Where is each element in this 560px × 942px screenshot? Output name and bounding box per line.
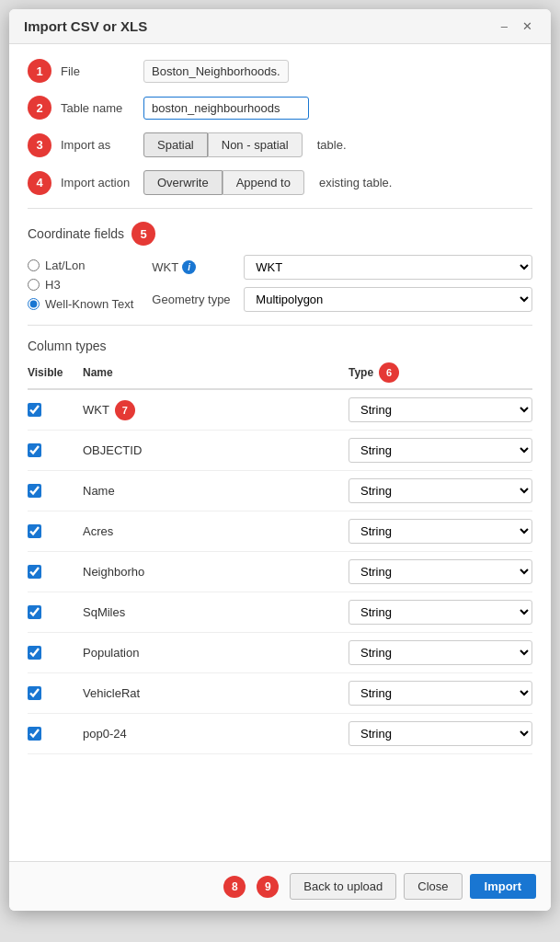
row-type-select[interactable]: StringIntegerFloatBooleanDate: [349, 600, 532, 625]
h3-radio-item[interactable]: H3: [28, 278, 133, 292]
import-action-suffix: existing table.: [319, 176, 393, 190]
row-visible-checkbox[interactable]: [28, 484, 41, 498]
row-visible-cell: [28, 727, 83, 741]
wkt-label: WKT i: [152, 260, 234, 274]
row-visible-checkbox[interactable]: [28, 443, 41, 457]
dialog-body: 1 File Boston_Neighborhoods. 2 Table nam…: [9, 44, 551, 861]
import-action-btn-group: Overwrite Append to: [143, 170, 304, 195]
overwrite-button[interactable]: Overwrite: [143, 170, 223, 195]
row-visible-checkbox[interactable]: [28, 565, 41, 579]
row-name: pop0-24: [83, 727, 349, 741]
row-visible-checkbox[interactable]: [28, 524, 41, 538]
row-visible-cell: [28, 605, 83, 619]
table-name-label: Table name: [61, 101, 134, 115]
latlon-radio[interactable]: [28, 259, 40, 271]
row-type-cell: StringIntegerFloatBooleanDate: [349, 397, 532, 422]
import-action-label: Import action: [61, 176, 134, 190]
row-visible-cell: [28, 443, 83, 457]
wkt-select[interactable]: WKT: [244, 255, 532, 280]
dialog-title: Import CSV or XLS: [24, 18, 147, 34]
row-name: Population: [83, 646, 349, 660]
step-8-badge: 8: [223, 876, 246, 898]
row-type-select[interactable]: StringIntegerFloatBooleanDate: [349, 397, 532, 422]
row-name: Acres: [83, 524, 349, 538]
column-types-title: Column types: [28, 339, 532, 353]
row-type-cell: StringIntegerFloatBooleanDate: [349, 559, 532, 584]
latlon-radio-item[interactable]: Lat/Lon: [28, 258, 133, 272]
dialog-footer: 8 9 Back to upload Close Import: [9, 861, 551, 911]
step-1-badge: 1: [28, 59, 51, 83]
close-x-button[interactable]: ✕: [519, 19, 536, 33]
table-row: OBJECTIDStringIntegerFloatBooleanDate: [28, 431, 532, 471]
minimize-button[interactable]: –: [497, 19, 511, 33]
table-row: NeighborhoStringIntegerFloatBooleanDate: [28, 552, 532, 592]
file-value: Boston_Neighborhoods.: [143, 60, 289, 83]
row-type-cell: StringIntegerFloatBooleanDate: [349, 640, 532, 665]
row-type-cell: StringIntegerFloatBooleanDate: [349, 478, 532, 503]
geometry-type-select[interactable]: Multipolygon Point Line Polygon: [244, 287, 532, 312]
row-type-select[interactable]: StringIntegerFloatBooleanDate: [349, 559, 532, 584]
header-name: Name: [83, 366, 349, 379]
wkt-radio-item[interactable]: Well-Known Text: [28, 297, 133, 311]
table-name-row: 2 Table name: [28, 96, 532, 120]
latlon-label: Lat/Lon: [45, 258, 85, 272]
row-name: WKT: [83, 403, 109, 417]
row-type-select[interactable]: StringIntegerFloatBooleanDate: [349, 438, 532, 463]
spatial-button[interactable]: Spatial: [143, 132, 208, 157]
append-button[interactable]: Append to: [223, 170, 304, 195]
step-6-badge: 6: [379, 362, 399, 383]
coordinate-fields-title: Coordinate fields 5: [28, 222, 532, 246]
column-types-header: Visible Name Type 6: [28, 362, 532, 390]
import-as-label: Import as: [61, 138, 134, 152]
row-name: VehicleRat: [83, 686, 349, 700]
row-visible-checkbox[interactable]: [28, 605, 41, 619]
import-as-btn-group: Spatial Non - spatial: [143, 132, 303, 157]
table-row: NameStringIntegerFloatBooleanDate: [28, 471, 532, 511]
non-spatial-button[interactable]: Non - spatial: [208, 132, 303, 157]
row-type-cell: StringIntegerFloatBooleanDate: [349, 600, 532, 625]
row-type-select[interactable]: StringIntegerFloatBooleanDate: [349, 478, 532, 503]
dialog-controls: – ✕: [497, 19, 536, 33]
import-button[interactable]: Import: [470, 874, 536, 899]
table-row: WKT7StringIntegerFloatBooleanDate: [28, 390, 532, 431]
dialog-header: Import CSV or XLS – ✕: [9, 9, 551, 44]
row-visible-checkbox[interactable]: [28, 686, 41, 700]
wkt-radio-label: Well-Known Text: [45, 297, 133, 311]
row-type-select[interactable]: StringIntegerFloatBooleanDate: [349, 721, 532, 746]
row-visible-checkbox[interactable]: [28, 646, 41, 660]
h3-label: H3: [45, 278, 61, 292]
row-type-select[interactable]: StringIntegerFloatBooleanDate: [349, 681, 532, 706]
row-visible-cell: [28, 403, 83, 417]
import-action-row: 4 Import action Overwrite Append to exis…: [28, 170, 532, 195]
h3-radio[interactable]: [28, 279, 40, 291]
wkt-info-icon[interactable]: i: [182, 260, 196, 274]
table-name-input[interactable]: [143, 97, 309, 120]
row-type-select[interactable]: StringIntegerFloatBooleanDate: [349, 519, 532, 544]
row-name: Name: [83, 484, 349, 498]
table-row: pop0-24StringIntegerFloatBooleanDate: [28, 714, 532, 754]
back-to-upload-button[interactable]: Back to upload: [290, 873, 396, 900]
row-name: Neighborho: [83, 565, 349, 579]
import-as-suffix: table.: [317, 138, 347, 152]
row-type-select[interactable]: StringIntegerFloatBooleanDate: [349, 640, 532, 665]
row-visible-cell: [28, 646, 83, 660]
coord-fields: WKT i WKT Geometry type Multipolygon Poi…: [152, 255, 532, 312]
close-button[interactable]: Close: [404, 873, 462, 900]
row-visible-checkbox[interactable]: [28, 727, 41, 741]
wkt-radio[interactable]: [28, 298, 40, 310]
row-visible-checkbox[interactable]: [28, 403, 41, 417]
row-name: SqMiles: [83, 605, 349, 619]
row-visible-cell: [28, 524, 83, 538]
column-types-section: Column types Visible Name Type 6 WKT7Str…: [28, 339, 532, 754]
row-type-cell: StringIntegerFloatBooleanDate: [349, 519, 532, 544]
table-row: SqMilesStringIntegerFloatBooleanDate: [28, 592, 532, 633]
coord-inner: Lat/Lon H3 Well-Known Text WKT: [28, 255, 532, 312]
step-4-badge: 4: [28, 171, 51, 195]
row-type-cell: StringIntegerFloatBooleanDate: [349, 681, 532, 706]
step-3-badge: 3: [28, 133, 51, 157]
step-2-badge: 2: [28, 96, 51, 120]
header-visible: Visible: [28, 366, 83, 379]
divider-1: [28, 208, 532, 209]
divider-2: [28, 325, 532, 326]
geometry-type-field-row: Geometry type Multipolygon Point Line Po…: [152, 287, 532, 312]
